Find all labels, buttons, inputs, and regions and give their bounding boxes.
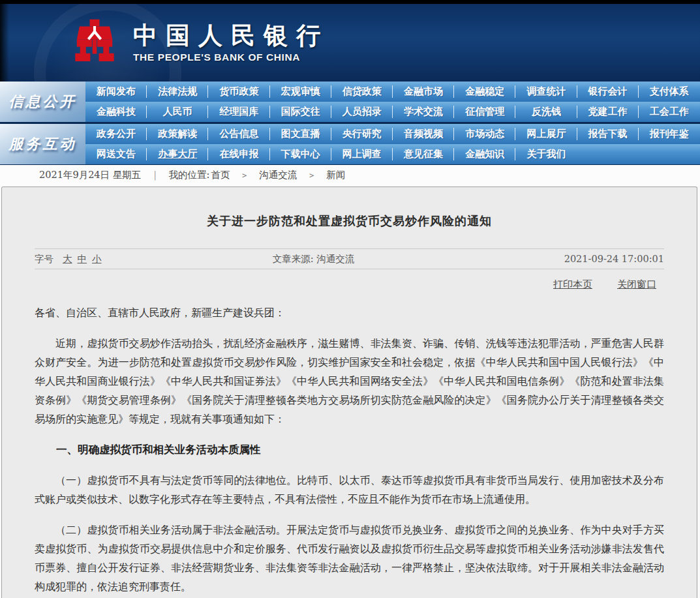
nav-item[interactable]: 政务公开 [85, 124, 147, 144]
nav-item[interactable]: 国际交往 [270, 102, 331, 122]
breadcrumb-home-link[interactable]: 首页 [211, 169, 230, 181]
article-body: 各省、自治区、直辖市人民政府，新疆生产建设兵团：近期，虚拟货币交易炒作活动抬头，… [35, 303, 664, 596]
masthead: 中国人民银行 THE PEOPLE'S BANK OF CHINA [0, 4, 700, 82]
nav-item[interactable]: 政策解读 [147, 124, 208, 144]
nav-item[interactable]: 金融稳定 [454, 82, 515, 102]
article-heading: 一、明确虚拟货币和相关业务活动本质属性 [35, 440, 664, 459]
nav-item[interactable]: 网送文告 [85, 144, 147, 164]
nav-item[interactable]: 调查统计 [515, 82, 577, 102]
nav-item[interactable]: 货币政策 [208, 82, 269, 102]
nav-item[interactable]: 银行会计 [577, 82, 639, 102]
main-navigation: 信息公开 新闻发布法律法规货币政策宏观审慎信贷政策金融市场金融稳定调查统计银行会… [0, 82, 700, 165]
nav-item[interactable]: 征信管理 [454, 102, 515, 122]
nav-item[interactable]: 市场动态 [454, 124, 515, 144]
nav-item[interactable]: 反洗钱 [515, 102, 577, 122]
nav-item[interactable]: 图文直播 [270, 124, 331, 144]
nav-item[interactable]: 新闻发布 [85, 82, 147, 102]
breadcrumb-link-news[interactable]: 新闻 [326, 169, 345, 181]
article-source: 文章来源: 沟通交流 [35, 253, 592, 265]
bank-name-cn: 中国人民银行 [133, 22, 329, 49]
print-page-link[interactable]: 打印本页 [553, 278, 592, 291]
nav-row: 政务公开政策解读公告信息图文直播央行研究音频视频市场动态网上展厅报告下载报刊年鉴 [85, 124, 700, 144]
nav-section-service-interaction: 服务互动 政务公开政策解读公告信息图文直播央行研究音频视频市场动态网上展厅报告下… [0, 124, 700, 164]
nav-row: 网送文告办事大厅在线申报下载中心网上调查意见征集金融知识关于我们 [85, 144, 700, 164]
bank-name-en: THE PEOPLE'S BANK OF CHINA [133, 52, 329, 63]
breadcrumb: 2021年9月24日 星期五 ｜ 我的位置: 首页 ＞ 沟通交流 ＞ 新闻 [0, 165, 700, 185]
article-actions: 打印本页 关闭窗口 [35, 269, 664, 299]
breadcrumb-arrow-icon: ＞ [307, 170, 316, 181]
nav-item[interactable]: 报刊年鉴 [639, 124, 700, 144]
nav-item[interactable]: 工会工作 [639, 102, 700, 122]
nav-item[interactable]: 金融科技 [85, 102, 147, 122]
breadcrumb-link-communication[interactable]: 沟通交流 [259, 169, 297, 181]
nav-item[interactable]: 办事大厅 [147, 144, 208, 164]
nav-item[interactable]: 法律法规 [147, 82, 208, 102]
article-paragraph: （一）虚拟货币不具有与法定货币等同的法律地位。比特币、以太币、泰达币等虚拟货币具… [35, 471, 664, 509]
nav-rows: 新闻发布法律法规货币政策宏观审慎信贷政策金融市场金融稳定调查统计银行会计支付体系… [85, 82, 700, 122]
nav-item[interactable]: 网上调查 [331, 144, 393, 164]
nav-item[interactable]: 人民币 [147, 102, 208, 122]
nav-item[interactable]: 学术交流 [393, 102, 454, 122]
nav-item[interactable]: 宏观审慎 [270, 82, 331, 102]
breadcrumb-divider: ｜ [150, 169, 159, 181]
nav-item[interactable]: 信贷政策 [331, 82, 393, 102]
close-window-link[interactable]: 关闭窗口 [617, 278, 656, 291]
article-paragraph: （二）虚拟货币相关业务活动属于非法金融活动。开展法定货币与虚拟货币兑换业务、虚拟… [35, 520, 664, 596]
nav-item[interactable]: 央行研究 [331, 124, 393, 144]
nav-item[interactable]: 金融市场 [393, 82, 454, 102]
breadcrumb-arrow-icon: ＞ [240, 170, 249, 181]
nav-item[interactable]: 报告下载 [577, 124, 639, 144]
article-paragraph: 各省、自治区、直辖市人民政府，新疆生产建设兵团： [35, 303, 664, 322]
nav-item[interactable]: 音频视频 [393, 124, 454, 144]
nav-item[interactable]: 党建工作 [577, 102, 639, 122]
article-paragraph: 近期，虚拟货币交易炒作活动抬头，扰乱经济金融秩序，滋生赌博、非法集资、诈骗、传销… [35, 334, 664, 428]
nav-item[interactable]: 关于我们 [515, 144, 577, 164]
nav-row: 金融科技人民币经理国库国际交往人员招录学术交流征信管理反洗钱党建工作工会工作 [85, 102, 700, 122]
nav-item[interactable]: 公告信息 [208, 124, 269, 144]
nav-item[interactable]: 网上展厅 [515, 124, 577, 144]
nav-section-label: 信息公开 [0, 82, 85, 122]
nav-item[interactable]: 在线申报 [208, 144, 269, 164]
article-meta-row: 字号 大 中 小 文章来源: 沟通交流 2021-09-24 17:00:01 [35, 248, 664, 269]
page: 中国人民银行 THE PEOPLE'S BANK OF CHINA 信息公开 新… [0, 0, 700, 598]
nav-row: 新闻发布法律法规货币政策宏观审慎信贷政策金融市场金融稳定调查统计银行会计支付体系 [85, 82, 700, 102]
nav-item[interactable]: 下载中心 [270, 144, 331, 164]
nav-rows: 政务公开政策解读公告信息图文直播央行研究音频视频市场动态网上展厅报告下载报刊年鉴… [85, 124, 700, 164]
article-panel: 关于进一步防范和处置虚拟货币交易炒作风险的通知 字号 大 中 小 文章来源: 沟… [1, 187, 697, 598]
current-date: 2021年9月24日 星期五 [39, 169, 141, 181]
nav-item[interactable]: 意见征集 [393, 144, 454, 164]
nav-item[interactable]: 支付体系 [639, 82, 700, 102]
bank-home-link[interactable]: 中国人民银行 THE PEOPLE'S BANK OF CHINA [73, 17, 329, 69]
nav-section-label: 服务互动 [0, 124, 85, 164]
nav-item[interactable]: 金融知识 [454, 144, 515, 164]
nav-section-info-disclosure: 信息公开 新闻发布法律法规货币政策宏观审慎信贷政策金融市场金融稳定调查统计银行会… [0, 82, 700, 124]
nav-item[interactable]: 人员招录 [331, 102, 393, 122]
location-label: 我的位置: [168, 169, 209, 181]
pboc-logo-icon [73, 17, 116, 69]
nav-item[interactable]: 经理国库 [208, 102, 269, 122]
article-title: 关于进一步防范和处置虚拟货币交易炒作风险的通知 [2, 187, 697, 229]
